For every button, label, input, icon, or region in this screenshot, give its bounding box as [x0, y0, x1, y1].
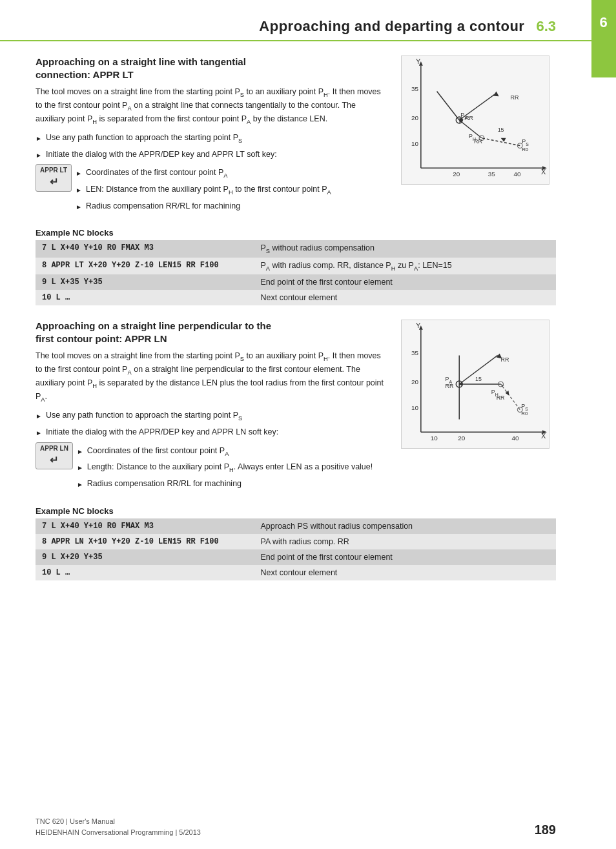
nc-code: 9 L X+20 Y+35 [36, 549, 254, 565]
svg-text:RR: RR [474, 138, 482, 145]
svg-text:20: 20 [411, 114, 418, 121]
table-row: 7 L X+40 Y+10 R0 FMAX M3 PS without radi… [36, 240, 556, 258]
tab-number: 6 [599, 14, 608, 31]
page-footer: TNC 620 | User's Manual HEIDENHAIN Conve… [36, 816, 556, 837]
sub-arrow-1: ► [76, 169, 82, 178]
svg-text:Y: Y [416, 322, 421, 329]
section1-diagram: 35 20 10 20 35 40 X Y [401, 56, 556, 185]
table-row: 9 L X+20 Y+35 End point of the first con… [36, 549, 556, 565]
nc-table-2: 7 L X+40 Y+10 R0 FMAX M3 Approach PS wit… [36, 518, 556, 580]
key-sub-bullets-1: ► Coordinates of the first contour point… [76, 164, 385, 215]
table-row: 9 L X+35 Y+35 End point of the first con… [36, 274, 556, 290]
section2-diagram: 35 20 10 10 20 40 X Y [401, 320, 556, 449]
diagram2-svg: 35 20 10 10 20 40 X Y [401, 320, 549, 449]
svg-text:35: 35 [488, 170, 495, 178]
diagram1-svg: 35 20 10 20 35 40 X Y [401, 56, 549, 185]
svg-text:RR: RR [510, 94, 518, 101]
svg-text:40: 40 [511, 435, 518, 442]
section2-heading: Approaching on a straight line perpendic… [36, 320, 385, 345]
key-button-1: APPR LT↵ [36, 164, 76, 191]
key-sub-bullets-2: ► Coordinates of the first contour point… [77, 442, 385, 493]
section1: Approaching on a straight line with tang… [36, 56, 556, 219]
section2-bullets: ► Use any path function to approach the … [36, 409, 385, 438]
nc-desc: PS without radius compensation [254, 240, 556, 258]
svg-text:Y: Y [416, 57, 421, 65]
section1-text: Approaching on a straight line with tang… [36, 56, 385, 219]
sub-arrow-3: ► [76, 202, 82, 212]
nc-code: 7 L X+40 Y+10 R0 FMAX M3 [36, 240, 254, 258]
svg-text:R0: R0 [521, 411, 528, 416]
nc-table-1: 7 L X+40 Y+10 R0 FMAX M3 PS without radi… [36, 240, 556, 305]
svg-text:40: 40 [513, 170, 520, 178]
sub-bullet1-3: ► Radius compensation RR/RL for machinin… [76, 200, 385, 212]
nc-desc: End point of the first contour element [254, 274, 556, 290]
svg-text:RR: RR [445, 383, 453, 389]
nc-code: 10 L … [36, 290, 254, 305]
nc-desc: End point of the first contour element [254, 549, 556, 565]
footer-manual: TNC 620 | User's Manual [36, 816, 201, 827]
svg-text:20: 20 [458, 435, 465, 442]
section2-body: The tool moves on a straight line from t… [36, 350, 385, 404]
s2-sub-arrow-2: ► [77, 463, 83, 473]
nc-code: 7 L X+40 Y+10 R0 FMAX M3 [36, 518, 254, 534]
table-row: 10 L … Next contour element [36, 565, 556, 580]
s2-sub-bullet2: ► Length: Distance to the auxiliary poin… [77, 461, 385, 475]
bullet2: ► Initiate the dialog with the APPR/DEP … [36, 148, 385, 161]
svg-text:10: 10 [411, 404, 418, 411]
section1-bullets: ► Use any path function to approach the … [36, 132, 385, 160]
sub-bullet1-2: ► LEN: Distance from the auxiliary point… [76, 183, 385, 197]
svg-rect-0 [402, 56, 549, 184]
nc-code: 9 L X+35 Y+35 [36, 274, 254, 290]
sub-arrow-2: ► [76, 185, 82, 195]
table-row: 7 L X+40 Y+10 R0 FMAX M3 Approach PS wit… [36, 518, 556, 534]
footer-left: TNC 620 | User's Manual HEIDENHAIN Conve… [36, 816, 201, 837]
header-section: 6.3 [536, 18, 556, 35]
bullet1: ► Use any path function to approach the … [36, 132, 385, 145]
svg-text:35: 35 [411, 350, 418, 357]
nc-desc: Next contour element [254, 565, 556, 580]
section2: Approaching on a straight line perpendic… [36, 320, 556, 496]
nc-desc: PA with radius comp. RR, distance PH zu … [254, 258, 556, 275]
footer-page: 189 [535, 823, 556, 837]
svg-text:10: 10 [411, 140, 418, 147]
svg-text:15: 15 [475, 376, 482, 382]
page-tab: 6 [591, 0, 616, 77]
nc-desc: Next contour element [254, 290, 556, 305]
key-area-1: APPR LT↵ ► Coordinates of the first cont… [36, 164, 385, 215]
nc-table-1-area: Example NC blocks 7 L X+40 Y+10 R0 FMAX … [36, 228, 556, 305]
nc-heading-1: Example NC blocks [36, 228, 556, 238]
page-header: Approaching and departing a contour 6.3 [0, 0, 591, 41]
sub-bullet1-1: ► Coordinates of the first contour point… [76, 167, 385, 180]
s2-bullet2: ► Initiate the dialog with the APPR/DEP … [36, 426, 385, 438]
bullet-arrow-1: ► [36, 134, 42, 143]
table-row: 10 L … Next contour element [36, 290, 556, 305]
footer-programming: HEIDENHAIN Conversational Programming | … [36, 827, 201, 838]
nc-code: 8 APPR LT X+20 Y+20 Z-10 LEN15 RR F100 [36, 258, 254, 275]
s2-sub-arrow-1: ► [77, 447, 83, 456]
nc-heading-2: Example NC blocks [36, 506, 556, 516]
table-row: 8 APPR LT X+20 Y+20 Z-10 LEN15 RR F100 P… [36, 258, 556, 275]
svg-text:RR: RR [501, 357, 509, 363]
nc-code: 8 APPR LN X+10 Y+20 Z-10 LEN15 RR F100 [36, 534, 254, 549]
header-title: Approaching and departing a contour [259, 18, 524, 35]
svg-text:35: 35 [411, 85, 418, 92]
svg-text:20: 20 [453, 170, 460, 178]
section2-sub-bullets: ► Coordinates of the first contour point… [77, 445, 385, 490]
s2-bullet-arrow-1: ► [36, 411, 42, 421]
svg-text:R0: R0 [522, 147, 529, 152]
section2-text: Approaching on a straight line perpendic… [36, 320, 385, 496]
nc-table-2-area: Example NC blocks 7 L X+40 Y+10 R0 FMAX … [36, 506, 556, 580]
svg-text:20: 20 [411, 378, 418, 385]
section1-sub-bullets: ► Coordinates of the first contour point… [76, 167, 385, 212]
section1-body: The tool moves on a straight line from t… [36, 86, 385, 127]
nc-desc: PA with radius comp. RR [254, 534, 556, 549]
nc-code: 10 L … [36, 565, 254, 580]
svg-text:X: X [541, 432, 546, 440]
s2-bullet1: ► Use any path function to approach the … [36, 409, 385, 423]
s2-sub-bullet1: ► Coordinates of the first contour point… [77, 445, 385, 458]
nc-desc: Approach PS without radius compensation [254, 518, 556, 534]
svg-text:RR: RR [497, 394, 505, 401]
main-content: Approaching on a straight line with tang… [0, 41, 591, 604]
svg-text:X: X [541, 168, 546, 176]
s2-bullet-arrow-2: ► [36, 428, 42, 438]
